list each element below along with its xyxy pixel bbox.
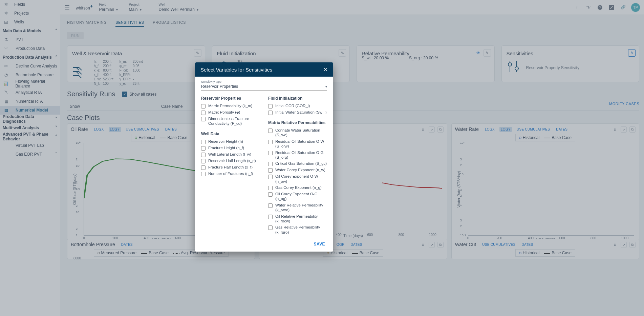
checkbox-fracture-height[interactable]: Fracture Height (h_f) (201, 145, 260, 151)
checkbox-icon (201, 172, 206, 176)
checkbox-label: Water Corey Exponent (n_w) (275, 167, 325, 172)
checkbox-label: Initial GOR (GOR_i) (275, 103, 310, 108)
checkbox-label: Fracture Half Length (x_f) (208, 165, 253, 170)
group-title: Fluid Initilaization (268, 96, 327, 101)
checkbox-icon (201, 165, 206, 170)
checkbox-label: Reservoir Height (h) (208, 139, 243, 144)
checkbox-label: Fracture Height (h_f) (208, 145, 244, 150)
checkbox-icon (268, 168, 273, 173)
modal-left-column: Reservoir Properties Matrix Permeability… (201, 95, 260, 235)
checkbox-icon (268, 203, 273, 208)
checkbox-initial-gor[interactable]: Initial GOR (GOR_i) (268, 103, 327, 109)
checkbox-label: Matrix Porosity (φ) (208, 110, 240, 115)
checkbox-well-lateral[interactable]: Well Lateral Length (l_w) (201, 151, 260, 158)
checkbox-swc[interactable]: Connate Water Saturation (S_wc) (268, 127, 327, 138)
checkbox-label: Reservoir Half Length (x_e) (208, 158, 256, 163)
checkbox-icon (268, 151, 273, 155)
checkbox-matrix-permeability[interactable]: Matrix Permeability (k_m) (201, 103, 260, 109)
checkbox-ng[interactable]: Gas Corey Exponent (n_g) (268, 184, 327, 191)
checkbox-now[interactable]: Oil Corey Exponent O-W (n_ow) (268, 173, 327, 184)
checkbox-label: Residual Oil Saturation O-W (S_orw) (275, 139, 327, 149)
checkbox-initial-sw[interactable]: Initial Water Saturation (Sw_i) (268, 109, 327, 116)
checkbox-label: Critical Gas Saturation (S_gc) (275, 161, 327, 166)
group-title: Reservoir Properties (201, 96, 260, 101)
checkbox-icon (201, 111, 206, 115)
checkbox-icon (268, 129, 273, 133)
checkbox-icon (268, 111, 273, 115)
checkbox-icon (201, 159, 206, 163)
checkbox-label: Oil Corey Exponent O-W (n_ow) (275, 174, 327, 184)
checkbox-icon (268, 192, 273, 197)
checkbox-label: Dimensionless Fracture Conductivity (F_c… (208, 116, 260, 126)
modal-title: Select Variables for Sensitivities (200, 67, 272, 73)
checkbox-icon (268, 215, 273, 219)
checkbox-icon (268, 186, 273, 190)
checkbox-reservoir-half-length[interactable]: Reservoir Half Length (x_e) (201, 158, 260, 164)
checkbox-number-fractures[interactable]: Number of Fractures (n_f) (201, 171, 260, 177)
checkbox-icon (268, 225, 273, 230)
select-value: Reservoir Properties (201, 84, 238, 89)
sensitivities-modal: Select Variables for Sensitivities ✕ Sen… (195, 62, 333, 252)
checkbox-nw[interactable]: Water Corey Exponent (n_w) (268, 167, 327, 173)
checkbox-icon (201, 117, 206, 121)
sensitivity-type-select[interactable]: Reservoir Properties ▾ (201, 83, 327, 91)
checkbox-label: Initial Water Saturation (Sw_i) (275, 110, 327, 115)
checkbox-label: Connate Water Saturation (S_wc) (275, 128, 327, 138)
checkbox-label: Gas Corey Exponent (n_g) (275, 185, 322, 190)
group-title: Well Data (201, 132, 260, 136)
checkbox-krwro[interactable]: Water Relative Permeability (k_rwro) (268, 202, 327, 213)
sensitivity-type-label: Sensitivity type (201, 80, 327, 83)
close-icon[interactable]: ✕ (323, 66, 328, 73)
checkbox-label: Water Relative Permeability (k_rwro) (275, 203, 327, 213)
checkbox-label: Gas Relative Permeability (k_rgro) (275, 225, 327, 235)
group-title: Matrix Relative Permeabilities (268, 120, 327, 125)
checkbox-fcd[interactable]: Dimensionless Fracture Conductivity (F_c… (201, 116, 260, 127)
checkbox-krgro[interactable]: Gas Relative Permeability (k_rgro) (268, 224, 327, 235)
checkbox-icon (201, 146, 206, 151)
checkbox-label: Number of Fractures (n_f) (208, 171, 253, 176)
modal-header: Select Variables for Sensitivities ✕ (195, 62, 333, 77)
checkbox-icon (201, 140, 206, 144)
checkbox-sorw[interactable]: Residual Oil Saturation O-W (S_orw) (268, 138, 327, 150)
checkbox-icon (268, 162, 273, 166)
checkbox-label: Residual Oil Saturation O-G (S_org) (275, 150, 327, 160)
checkbox-fracture-half-length[interactable]: Fracture Half Length (x_f) (201, 164, 260, 171)
checkbox-nog[interactable]: Oil Corey Exponent O-G (n_og) (268, 191, 327, 202)
checkbox-label: Oil Corey Exponent O-G (n_og) (275, 192, 327, 201)
checkbox-icon (268, 175, 273, 179)
modal-right-column: Fluid Initilaization Initial GOR (GOR_i)… (268, 95, 327, 235)
checkbox-label: Well Lateral Length (l_w) (208, 152, 251, 157)
checkbox-icon (268, 140, 273, 144)
checkbox-matrix-porosity[interactable]: Matrix Porosity (φ) (201, 109, 260, 116)
checkbox-reservoir-height[interactable]: Reservoir Height (h) (201, 138, 260, 145)
checkbox-icon (268, 104, 273, 108)
checkbox-icon (201, 153, 206, 157)
checkbox-sorg[interactable]: Residual Oil Saturation O-G (S_org) (268, 150, 327, 161)
checkbox-krocw[interactable]: Oil Relative Permeability (k_rocw) (268, 213, 327, 224)
checkbox-label: Matrix Permeability (k_m) (208, 103, 252, 108)
save-button[interactable]: SAVE (312, 241, 327, 247)
checkbox-sgc[interactable]: Critical Gas Saturation (S_gc) (268, 160, 327, 167)
chevron-down-icon: ▾ (325, 85, 327, 88)
checkbox-label: Oil Relative Permeability (k_rocw) (275, 214, 327, 224)
checkbox-icon (201, 104, 206, 108)
